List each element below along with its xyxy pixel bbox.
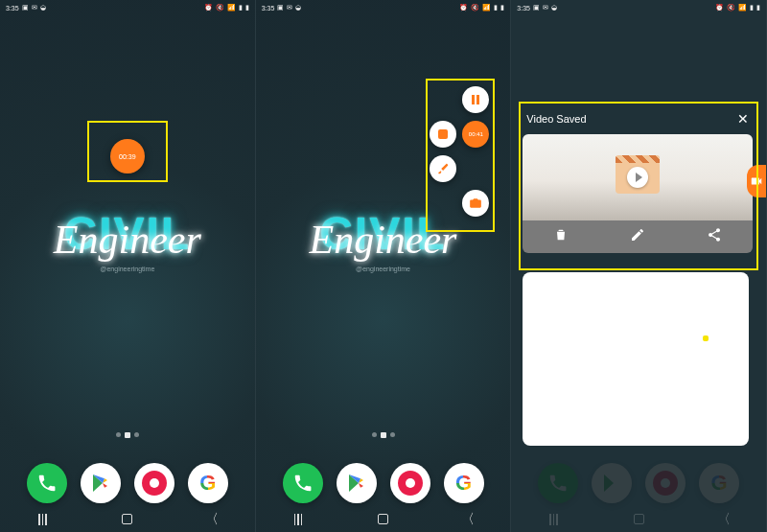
wallpaper-script-word: Engineer <box>310 217 457 263</box>
signal-icon: ▮ <box>750 4 754 12</box>
mute-icon: 🔇 <box>471 4 479 12</box>
home-button[interactable] <box>363 512 402 527</box>
google-g-letter: G <box>711 471 728 496</box>
navigation-bar: 〈 <box>0 507 255 532</box>
phone-screen-recording: 3:35 ▣ ✉ ◒ ⏰ 🔇 📶 ▮ ▮ CIVIL Engineer @eng… <box>0 0 256 532</box>
messenger-icon: ◒ <box>551 4 557 12</box>
home-button[interactable] <box>619 512 658 527</box>
status-bar: 3:35 ▣ ✉ ◒ ⏰ 🔇 📶 ▮ ▮ <box>511 0 766 15</box>
clapperboard-icon <box>616 161 660 194</box>
wifi-icon: 📶 <box>738 4 747 12</box>
screen-recorder-icon[interactable] <box>390 463 430 503</box>
notification-icon: ✉ <box>287 4 292 12</box>
mute-icon: 🔇 <box>216 4 224 12</box>
recents-button[interactable] <box>279 514 317 525</box>
share-icon[interactable] <box>707 227 722 246</box>
back-button[interactable]: 〈 <box>449 511 487 528</box>
status-bar: 3:35 ▣ ✉ ◒ ⏰ 🔇 📶 ▮ ▮ <box>256 0 511 15</box>
pause-button[interactable] <box>462 86 489 113</box>
screenshot-icon: ▣ <box>277 4 284 12</box>
screenshot-icon: ▣ <box>22 4 29 12</box>
notification-icon: ✉ <box>32 4 37 12</box>
page-indicator <box>372 432 395 438</box>
page-dot[interactable] <box>390 432 395 437</box>
alarm-icon: ⏰ <box>459 4 468 12</box>
screenshot-icon: ▣ <box>533 4 540 12</box>
recording-timer-bubble[interactable]: 00:39 <box>110 139 145 173</box>
screen-recorder-icon[interactable] <box>645 463 686 503</box>
phone-screen-video-saved: 3:35 ▣ ✉ ◒ ⏰ 🔇 📶 ▮ ▮ Video Saved ✕ <box>511 0 767 532</box>
close-icon[interactable]: ✕ <box>737 111 749 127</box>
back-button[interactable]: 〈 <box>705 511 743 528</box>
alarm-icon: ⏰ <box>715 4 724 12</box>
back-button[interactable]: 〈 <box>193 511 231 528</box>
wallpaper-credit: @engineeringtime <box>319 266 447 272</box>
recorder-toolbar: 00:41 <box>430 86 489 217</box>
edit-icon[interactable] <box>630 227 645 246</box>
signal-icon: ▮ <box>494 4 498 12</box>
video-saved-actions <box>523 220 753 253</box>
wallpaper-text: CIVIL Engineer @engineeringtime <box>63 207 191 272</box>
recording-timer-text: 00:39 <box>119 153 136 160</box>
camera-button[interactable] <box>462 190 489 217</box>
recents-button[interactable] <box>23 514 61 525</box>
phone-app-icon[interactable] <box>283 463 323 503</box>
signal-icon: ▮ <box>239 4 243 12</box>
google-g-letter: G <box>455 471 472 496</box>
status-time: 3:35 <box>262 5 275 12</box>
play-store-icon[interactable] <box>337 463 377 503</box>
wifi-icon: 📶 <box>482 4 491 12</box>
recorder-floating-tab[interactable] <box>747 165 766 197</box>
google-app-icon[interactable]: G <box>188 463 228 503</box>
wallpaper-credit: @engineeringtime <box>63 266 191 272</box>
screen-recorder-icon[interactable] <box>134 463 174 503</box>
mute-icon: 🔇 <box>727 4 735 12</box>
battery-icon: ▮ <box>500 4 504 12</box>
notification-icon: ✉ <box>543 4 548 12</box>
play-store-icon[interactable] <box>592 463 632 503</box>
page-dot[interactable] <box>116 432 121 437</box>
page-dot[interactable] <box>372 432 377 437</box>
dock: G <box>511 463 766 503</box>
dock: G <box>0 463 255 503</box>
home-button[interactable] <box>108 512 147 527</box>
page-dot-home[interactable] <box>125 432 130 438</box>
video-thumbnail[interactable] <box>523 134 753 220</box>
play-store-icon[interactable] <box>81 463 121 503</box>
phone-app-icon[interactable] <box>27 463 67 503</box>
battery-icon: ▮ <box>245 4 249 12</box>
recent-app-card[interactable] <box>523 272 749 446</box>
navigation-bar: 〈 <box>511 507 766 532</box>
recents-button[interactable] <box>535 514 573 525</box>
brush-button[interactable] <box>430 155 456 182</box>
google-g-letter: G <box>199 471 216 496</box>
delete-icon[interactable] <box>553 227 569 246</box>
phone-screen-recorder-controls: 3:35 ▣ ✉ ◒ ⏰ 🔇 📶 ▮ ▮ CIVIL Engineer @eng… <box>256 0 512 532</box>
dock: G <box>256 463 511 503</box>
wallpaper-text: CIVIL Engineer @engineeringtime <box>319 207 447 272</box>
status-time: 3:35 <box>6 5 19 12</box>
google-app-icon[interactable]: G <box>699 463 739 503</box>
alarm-icon: ⏰ <box>204 4 213 12</box>
status-time: 3:35 <box>517 5 530 12</box>
navigation-bar: 〈 <box>256 507 511 532</box>
messenger-icon: ◒ <box>40 4 46 12</box>
recording-timer-text: 00:41 <box>469 131 483 137</box>
stop-button[interactable] <box>430 121 456 148</box>
messenger-icon: ◒ <box>295 4 301 12</box>
annotation-dot <box>703 335 709 341</box>
status-bar: 3:35 ▣ ✉ ◒ ⏰ 🔇 📶 ▮ ▮ <box>0 0 255 15</box>
play-icon <box>627 167 648 188</box>
video-saved-title: Video Saved <box>526 113 586 125</box>
phone-app-icon[interactable] <box>538 463 578 503</box>
page-dot-home[interactable] <box>381 432 386 438</box>
google-app-icon[interactable]: G <box>444 463 484 503</box>
wifi-icon: 📶 <box>227 4 236 12</box>
video-saved-popup: Video Saved ✕ <box>523 105 753 253</box>
battery-icon: ▮ <box>756 4 760 12</box>
page-indicator <box>116 432 139 438</box>
wallpaper-script-word: Engineer <box>54 217 201 263</box>
recording-timer-bubble[interactable]: 00:41 <box>462 121 489 148</box>
page-dot[interactable] <box>134 432 139 437</box>
